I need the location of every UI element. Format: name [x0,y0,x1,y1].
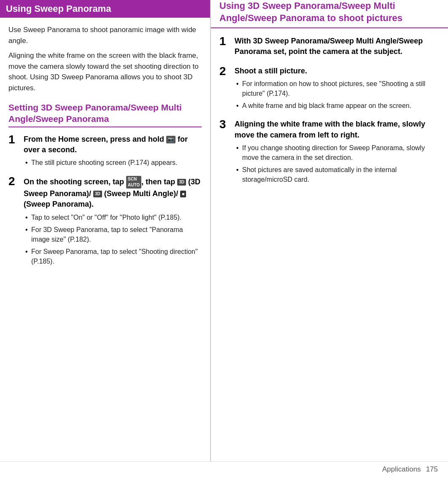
right-step-2-bullet-1: For information on how to shoot pictures… [235,79,440,98]
page-footer: Applications 175 [0,461,448,477]
intro-para-2: Aligning the white frame on the screen w… [8,50,202,93]
step-2-bullets: Tap to select "On" or "Off" for "Photo l… [24,213,202,267]
sweep-multi-icon: 3D [93,191,102,197]
step-1-bullets: The still picture shooting screen (P.174… [24,158,202,167]
right-header: Using 3D Sweep Panorama/Sweep Multi Angl… [211,0,448,28]
left-column: Using Sweep Panorama Use Sweep Panorama … [0,0,211,461]
right-step-3-bullet-2: Shot pictures are saved automatically in… [235,165,440,184]
camera-icon: 📷 [166,136,175,143]
scn-icon: SCNAUTO [126,176,141,189]
right-content: 1 With 3D Sweep Panorama/Sweep Multi Ang… [211,36,448,187]
right-step-1-content: With 3D Sweep Panorama/Sweep Multi Angle… [235,36,440,59]
step-1-title: From the Home screen, press and hold 📷 f… [24,134,202,155]
page-container: Using Sweep Panorama Use Sweep Panorama … [0,0,448,461]
step-2-bullet-1: Tap to select "On" or "Off" for "Photo l… [24,213,202,222]
step-num-1: 1 [8,133,24,146]
3d-sweep-icon: 3D [177,179,186,186]
left-step-2: 2 On the shooting screen, tap SCNAUTO, t… [8,176,202,269]
left-header-text: Using Sweep Panorama [6,3,111,14]
footer-label: Applications [382,465,421,474]
right-step-1: 1 With 3D Sweep Panorama/Sweep Multi Ang… [219,36,440,59]
right-step-3-bullet-1: If you change shooting direction for Swe… [235,143,440,162]
right-column: Using 3D Sweep Panorama/Sweep Multi Angl… [211,0,448,461]
right-step-num-2: 2 [219,65,235,78]
left-section-header: Using Sweep Panorama [0,0,210,18]
right-step-3-bullets: If you change shooting direction for Swe… [235,143,440,185]
right-step-3-title: Aligning the white frame with the black … [235,119,440,140]
subsection-title: Setting 3D Sweep Panorama/Sweep Multi An… [8,102,202,127]
right-header-title: Using 3D Sweep Panorama/Sweep Multi Angl… [219,0,440,24]
right-step-2-title: Shoot a still picture. [235,66,440,76]
footer-page: 175 [426,465,438,474]
right-step-3: 3 Aligning the white frame with the blac… [219,119,440,187]
right-step-1-title: With 3D Sweep Panorama/Sweep Multi Angle… [235,36,440,57]
left-content: Use Sweep Panorama to shoot panoramic im… [0,24,210,269]
step-1-content: From the Home screen, press and hold 📷 f… [24,134,202,170]
sweep-pano-icon: ■ [180,191,186,197]
left-step-1: 1 From the Home screen, press and hold 📷… [8,134,202,170]
step-2-title: On the shooting screen, tap SCNAUTO, the… [24,176,202,210]
step-2-bullet-3: For Sweep Panorama, tap to select "Shoot… [24,247,202,266]
step-1-bullet-1: The still picture shooting screen (P.174… [24,158,202,167]
right-step-2-bullet-2: A white frame and big black frame appear… [235,101,440,110]
step-2-bullet-2: For 3D Sweep Panorama, tap to select "Pa… [24,225,202,244]
right-step-3-content: Aligning the white frame with the black … [235,119,440,187]
right-step-2: 2 Shoot a still picture. For information… [219,66,440,113]
right-step-2-bullets: For information on how to shoot pictures… [235,79,440,111]
right-step-num-1: 1 [219,35,235,48]
right-step-2-content: Shoot a still picture. For information o… [235,66,440,113]
step-2-content: On the shooting screen, tap SCNAUTO, the… [24,176,202,269]
intro-para-1: Use Sweep Panorama to shoot panoramic im… [8,24,202,46]
right-step-num-3: 3 [219,118,235,131]
step-num-2: 2 [8,175,24,188]
